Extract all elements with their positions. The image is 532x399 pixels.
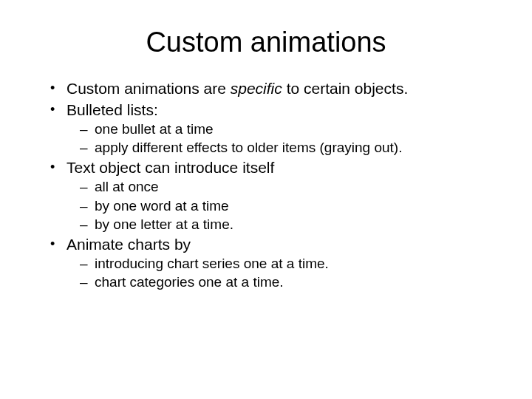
- bullet-text-emphasis: specific: [231, 80, 282, 97]
- list-item: Text object can introduce itself all at …: [50, 158, 497, 233]
- slide-title: Custom animations: [35, 27, 497, 58]
- bullet-text: by one word at a time: [95, 198, 229, 214]
- list-item: apply different effects to older items (…: [80, 139, 497, 157]
- bullet-list-level2: introducing chart series one at a time. …: [66, 255, 497, 292]
- bullet-text: to certain objects.: [282, 80, 408, 97]
- list-item: Custom animations are specific to certai…: [50, 79, 497, 99]
- list-item: introducing chart series one at a time.: [80, 255, 497, 273]
- bullet-text: apply different effects to older items (…: [95, 140, 402, 155]
- bullet-list-level2: one bullet at a time apply different eff…: [66, 120, 497, 157]
- list-item: all at once: [80, 178, 497, 196]
- list-item: chart categories one at a time.: [80, 273, 497, 291]
- bullet-list-level2: all at once by one word at a time by one…: [66, 178, 497, 233]
- bullet-text: one bullet at a time: [95, 121, 214, 137]
- bullet-text: Bulleted lists:: [66, 101, 158, 118]
- bullet-text: Animate charts by: [66, 236, 191, 253]
- list-item: Bulleted lists: one bullet at a time app…: [50, 100, 497, 157]
- bullet-text: Text object can introduce itself: [66, 159, 274, 176]
- list-item: by one letter at a time.: [80, 216, 497, 233]
- bullet-text: by one letter at a time.: [95, 216, 233, 232]
- bullet-text: chart categories one at a time.: [95, 274, 284, 290]
- bullet-list-level1: Custom animations are specific to certai…: [35, 79, 497, 292]
- bullet-text: introducing chart series one at a time.: [95, 256, 329, 271]
- bullet-text: Custom animations are: [66, 80, 231, 97]
- slide-body: Custom animations are specific to certai…: [35, 79, 497, 292]
- bullet-text: all at once: [95, 179, 159, 194]
- list-item: one bullet at a time: [80, 120, 497, 138]
- list-item: Animate charts by introducing chart seri…: [50, 235, 497, 292]
- list-item: by one word at a time: [80, 197, 497, 215]
